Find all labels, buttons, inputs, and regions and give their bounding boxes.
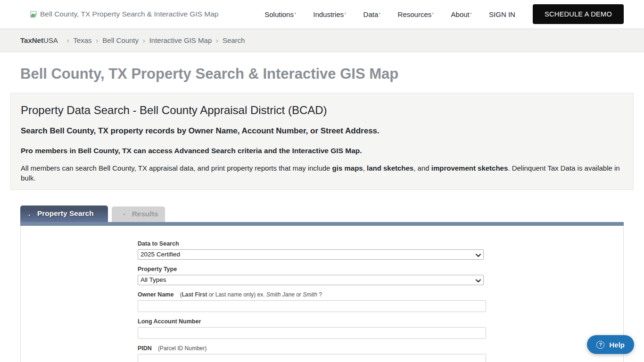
members-text: All members can search Bell County, TX a… bbox=[21, 164, 332, 172]
tab-panel-top-bar bbox=[20, 222, 624, 226]
sign-in-link[interactable]: SIGN IN bbox=[489, 10, 515, 18]
property-search-panel: Data to Search 2025 Certified Property T… bbox=[20, 226, 624, 362]
breadcrumb-separator: › bbox=[67, 37, 69, 44]
owner-name-label: Owner Name bbox=[138, 291, 173, 298]
dropdown-caret-icon: ' bbox=[345, 12, 346, 18]
brand-bold: TaxNet bbox=[20, 36, 43, 44]
tab-results[interactable]: - Results bbox=[112, 206, 165, 222]
nav-item-resources[interactable]: Resources' bbox=[398, 10, 434, 18]
tab-bullet-icon: . bbox=[28, 210, 30, 217]
data-to-search-select[interactable]: 2025 Certified bbox=[138, 249, 484, 260]
breadcrumb-link-texas[interactable]: Texas bbox=[73, 36, 91, 44]
nav-item-data[interactable]: Data' bbox=[363, 10, 380, 18]
hint-bold: Last First bbox=[182, 291, 207, 298]
help-label: Help bbox=[609, 341, 625, 349]
data-to-search-select-wrap: 2025 Certified bbox=[138, 249, 484, 260]
property-type-select-wrap: All Types bbox=[138, 275, 484, 285]
broken-image-icon bbox=[30, 10, 39, 19]
field-property-type: Property Type All Types bbox=[138, 266, 487, 285]
breadcrumb-brand[interactable]: TaxNetUSA bbox=[20, 36, 58, 44]
intro-pro-line: Pro members in Bell County, TX can acces… bbox=[21, 147, 623, 155]
property-type-label: Property Type bbox=[138, 266, 177, 272]
intro-search-line: Search Bell County, TX property records … bbox=[21, 126, 623, 136]
pidn-input[interactable] bbox=[138, 354, 486, 362]
nav-item-label: Data bbox=[363, 10, 379, 18]
intro-box: Property Data Search - Bell County Appra… bbox=[10, 93, 634, 190]
property-type-select[interactable]: All Types bbox=[138, 275, 484, 285]
brand-rest: USA bbox=[43, 36, 58, 44]
field-pidn: PIDN(Parcel ID Number) bbox=[138, 345, 487, 362]
nav-item-label: Industries bbox=[313, 10, 344, 18]
members-bold-gis-maps: gis maps bbox=[332, 164, 363, 172]
field-label-row: Owner Name(Last First or Last name only)… bbox=[138, 291, 487, 298]
page-title: Bell County, TX Property Search & Intera… bbox=[20, 66, 624, 82]
long-account-number-input[interactable] bbox=[138, 327, 486, 339]
field-label-row: Property Type bbox=[138, 266, 487, 272]
field-label-row: Long Account Number bbox=[138, 318, 487, 325]
hint-text: or Last name only) ex. bbox=[207, 291, 266, 298]
breadcrumb-separator: › bbox=[96, 37, 99, 44]
dropdown-caret-icon: ' bbox=[295, 12, 296, 18]
field-label-row: Data to Search bbox=[138, 240, 487, 247]
tab-property-search[interactable]: . Property Search bbox=[20, 206, 108, 222]
breadcrumb-link-bell-county[interactable]: Bell County bbox=[102, 36, 139, 44]
pidn-hint: (Parcel ID Number) bbox=[158, 345, 206, 352]
field-data-to-search: Data to Search 2025 Certified bbox=[138, 240, 487, 260]
intro-members-line: All members can search Bell County, TX a… bbox=[21, 163, 623, 183]
breadcrumb: TaxNetUSA › Texas › Bell County › Intera… bbox=[0, 29, 644, 52]
nav-item-solutions[interactable]: Solutions' bbox=[264, 10, 296, 18]
hint-text: or bbox=[295, 291, 303, 298]
nav-item-label: About bbox=[451, 10, 470, 18]
members-bold-improvement-sketches: improvement sketches bbox=[431, 164, 508, 172]
hint-example: Smith bbox=[303, 291, 317, 298]
property-search-form: Data to Search 2025 Certified Property T… bbox=[138, 240, 487, 362]
field-label-row: PIDN(Parcel ID Number) bbox=[138, 345, 487, 352]
breadcrumb-link-search[interactable]: Search bbox=[223, 36, 245, 44]
schedule-demo-button[interactable]: SCHEDULE A DEMO bbox=[533, 4, 624, 24]
tab-strip: . Property Search - Results bbox=[20, 206, 624, 222]
long-account-number-label: Long Account Number bbox=[138, 318, 201, 325]
field-long-account-number: Long Account Number bbox=[138, 318, 487, 339]
tab-label: Property Search bbox=[37, 209, 94, 218]
breadcrumb-link-gis-map[interactable]: Interactive GIS Map bbox=[149, 36, 212, 44]
top-navigation: Bell County, TX Property Search & Intera… bbox=[0, 0, 644, 29]
dropdown-caret-icon: ' bbox=[471, 12, 471, 18]
field-owner-name: Owner Name(Last First or Last name only)… bbox=[138, 291, 487, 312]
hint-help-mark: ? bbox=[317, 291, 322, 298]
nav-item-label: Solutions bbox=[264, 10, 294, 18]
nav-item-about[interactable]: About' bbox=[451, 10, 472, 18]
pidn-label: PIDN bbox=[138, 345, 152, 352]
logo-alt-text: Bell County, TX Property Search & Intera… bbox=[40, 10, 218, 18]
main-menu: Solutions' Industries' Data' Resources' … bbox=[264, 4, 624, 24]
data-to-search-label: Data to Search bbox=[138, 240, 179, 247]
members-text: , bbox=[363, 164, 367, 172]
tab-label: Results bbox=[132, 210, 158, 218]
hint-example: Smith Jane bbox=[266, 291, 295, 298]
members-bold-land-sketches: land sketches bbox=[367, 164, 413, 172]
nav-item-industries[interactable]: Industries' bbox=[313, 10, 346, 18]
site-logo[interactable]: Bell County, TX Property Search & Intera… bbox=[30, 10, 218, 19]
help-button[interactable]: ? Help bbox=[587, 335, 634, 354]
dropdown-caret-icon: ' bbox=[432, 12, 433, 18]
breadcrumb-separator: › bbox=[216, 37, 218, 44]
intro-heading: Property Data Search - Bell County Appra… bbox=[21, 104, 623, 117]
nav-item-label: Resources bbox=[398, 10, 432, 18]
dropdown-caret-icon: ' bbox=[379, 12, 380, 18]
owner-name-input[interactable] bbox=[138, 300, 486, 312]
members-text: , and bbox=[413, 164, 431, 172]
tab-dash-icon: - bbox=[123, 210, 125, 218]
question-mark-icon: ? bbox=[596, 341, 604, 349]
owner-name-hint: (Last First or Last name only) ex. Smith… bbox=[180, 291, 322, 298]
breadcrumb-separator: › bbox=[143, 37, 145, 44]
